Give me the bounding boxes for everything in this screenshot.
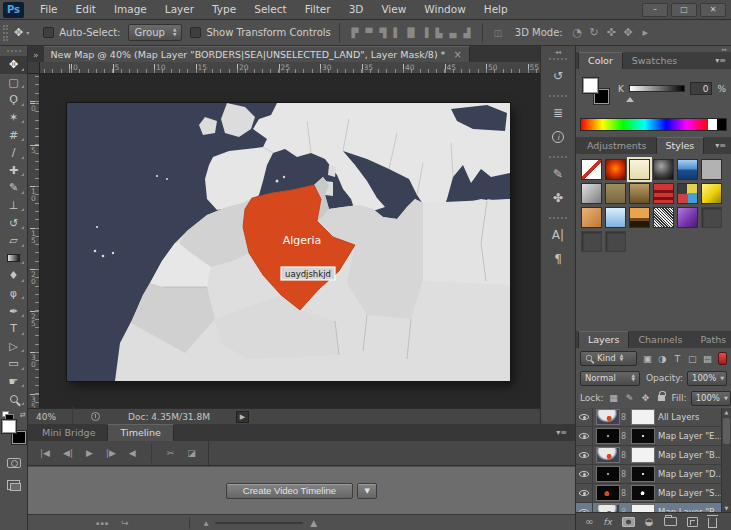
style-swatch-empty-slot[interactable] <box>701 207 722 228</box>
zoom-level-field[interactable]: 40% <box>28 412 64 422</box>
eye-icon[interactable] <box>579 471 589 477</box>
align-bottom-edges[interactable]: ▜ <box>376 28 390 38</box>
tab-timeline[interactable]: Timeline <box>107 424 173 441</box>
brush-tool[interactable]: ✎ <box>0 179 27 197</box>
layer-thumbnail[interactable] <box>597 410 619 424</box>
tab-overflow-icon[interactable]: » <box>28 50 44 62</box>
style-swatch-empty-slot[interactable] <box>605 231 626 252</box>
new-layer-icon[interactable] <box>687 517 698 527</box>
filter-pixel-layers[interactable]: ▣ <box>641 353 654 364</box>
paragraph-panel-icon[interactable]: ¶ <box>541 247 575 271</box>
black-swatch[interactable] <box>717 119 726 130</box>
character-panel-icon[interactable]: A| <box>541 223 575 247</box>
opacity-dropdown[interactable]: 100% ▼ <box>687 371 727 386</box>
drag-handle-icon[interactable] <box>549 217 567 221</box>
healing-brush-tool[interactable]: ✚ <box>0 162 27 180</box>
default-colors-icon[interactable] <box>2 411 9 417</box>
scroll-down-icon[interactable]: ▼ <box>722 505 731 511</box>
visibility-cell[interactable] <box>576 427 593 445</box>
create-video-timeline-button[interactable]: Create Video Timeline <box>226 483 353 499</box>
style-swatch-gray-gradient[interactable] <box>581 183 602 204</box>
canvas-document[interactable]: Algeria uaydjshkjd <box>67 103 510 381</box>
foreground-color-swatch[interactable] <box>2 420 16 433</box>
menu-image[interactable]: Image <box>105 0 156 19</box>
quick-mask-mode-button[interactable] <box>7 458 21 468</box>
timeline-type-dropdown[interactable]: ▼ <box>357 483 377 499</box>
new-group-icon[interactable] <box>664 517 677 526</box>
eye-icon[interactable] <box>579 414 589 420</box>
info-panel-icon[interactable]: i <box>541 125 575 149</box>
history-panel-icon[interactable]: ↺ <box>541 64 575 88</box>
menu-select[interactable]: Select <box>245 0 295 19</box>
layer-row[interactable]: 8Map Layer "B... <box>576 446 721 465</box>
menu-window[interactable]: Window <box>415 0 474 19</box>
layer-row[interactable]: 8Map Layer "D... <box>576 465 721 484</box>
3d-slide[interactable]: ✥ <box>620 26 637 39</box>
visibility-cell[interactable] <box>576 465 593 483</box>
style-swatch-mosaic[interactable] <box>677 183 698 204</box>
lock-transparent-pixels[interactable]: ▦ <box>608 393 620 403</box>
spectrum-gradient[interactable] <box>581 119 708 130</box>
menu-file[interactable]: File <box>31 0 67 19</box>
layer-thumbnail[interactable] <box>597 467 619 481</box>
layer-filter-toggle[interactable] <box>718 352 727 365</box>
color-spectrum-ramp[interactable] <box>580 118 727 131</box>
panel-menu-icon[interactable]: ▾≡ <box>710 141 731 154</box>
layer-mask-thumbnail[interactable] <box>632 467 654 481</box>
zoom-tool[interactable] <box>0 390 27 408</box>
properties-panel-icon[interactable]: ≣ <box>541 101 575 125</box>
audio-button[interactable]: ◀ <box>129 448 136 458</box>
type-tool[interactable]: T <box>0 320 27 338</box>
style-swatch-noise-pattern[interactable] <box>653 207 674 228</box>
distribute-vertical-centers[interactable]: ▄ <box>446 28 460 38</box>
layer-style-icon[interactable]: fx <box>603 517 612 527</box>
zoom-in-mountain-icon[interactable]: ▲ <box>310 518 317 528</box>
filter-smart-objects[interactable]: ▤ <box>701 353 714 364</box>
eye-icon[interactable] <box>579 452 589 458</box>
play-button[interactable]: ▶ <box>86 448 93 458</box>
lock-image-pixels[interactable]: ✎ <box>624 393 636 403</box>
lasso-tool[interactable]: Ϙ <box>0 91 27 109</box>
drag-handle-icon[interactable] <box>549 156 567 160</box>
3d-roll[interactable]: ↻ <box>586 26 603 39</box>
3d-camera[interactable]: ▸ <box>637 26 654 39</box>
style-swatch-orange-glow[interactable] <box>605 159 626 180</box>
scroll-up-icon[interactable]: ▲ <box>722 409 731 415</box>
blur-tool[interactable]: ♦ <box>0 267 27 285</box>
pen-tool[interactable]: ✒ <box>0 302 27 320</box>
filter-adjustment-layers[interactable]: ◑ <box>656 353 669 364</box>
ruler-corner[interactable] <box>28 62 40 74</box>
crop-tool[interactable]: # <box>0 126 27 144</box>
menu-type[interactable]: Type <box>203 0 245 19</box>
zoom-out-mountain-icon[interactable]: ▲ <box>204 519 209 526</box>
distribute-bottom-edges[interactable]: ▟ <box>460 28 474 38</box>
auto-select-target-dropdown[interactable]: Group ▲▼ <box>128 24 182 41</box>
menu-filter[interactable]: Filter <box>296 0 340 19</box>
hand-tool[interactable]: ☛ <box>0 373 27 391</box>
layer-mask-thumbnail[interactable] <box>632 410 654 424</box>
new-adjustment-layer-icon[interactable]: ◒ <box>645 517 654 527</box>
history-brush-tool[interactable]: ↺ <box>0 214 27 232</box>
maximize-button[interactable]: □ <box>671 3 697 17</box>
style-swatch-no-style[interactable] <box>581 159 602 180</box>
style-swatch-olive[interactable] <box>605 183 626 204</box>
tab-color[interactable]: Color <box>578 52 623 69</box>
first-frame-button[interactable]: |◀ <box>40 448 50 458</box>
layer-filter-kind-dropdown[interactable]: Kind ▲▼ <box>580 351 637 366</box>
style-swatch-flat-gray[interactable] <box>701 159 722 180</box>
delete-layer-icon[interactable] <box>708 518 717 528</box>
filter-shape-layers[interactable]: ▢ <box>686 353 699 364</box>
screen-mode-button[interactable] <box>7 480 20 490</box>
3d-pan[interactable]: ✜ <box>603 26 620 39</box>
style-swatch-cream-bevel[interactable] <box>629 159 650 180</box>
style-swatch-blue-glass[interactable] <box>677 159 698 180</box>
document-tab[interactable]: New Map @ 40% (Map Layer "BORDERS|SEA|UN… <box>44 46 470 62</box>
k-value-field[interactable]: 0 <box>690 82 712 95</box>
expand-dock-icon[interactable]: ◂◂ <box>541 46 575 57</box>
style-swatch-yellow-gel[interactable] <box>701 183 722 204</box>
visibility-cell[interactable] <box>576 408 593 426</box>
3d-orbit[interactable]: ◔ <box>569 26 586 39</box>
layer-mask-thumbnail[interactable] <box>632 429 654 443</box>
layer-row[interactable]: 8Map Layer "S... <box>576 484 721 503</box>
marquee-tool[interactable]: ▢ <box>0 74 27 92</box>
